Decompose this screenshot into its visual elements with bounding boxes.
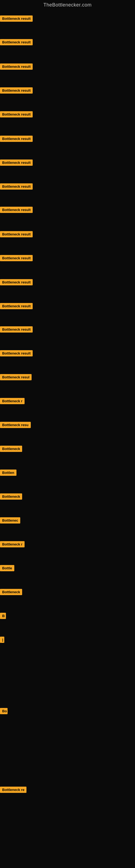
bottleneck-badge: Bottleneck result <box>0 207 33 213</box>
bottleneck-item[interactable]: Bottleneck result <box>0 87 33 95</box>
bottleneck-item[interactable]: Bottlen <box>0 469 16 477</box>
bottleneck-item[interactable]: Bottleneck result <box>0 350 33 358</box>
bottleneck-item[interactable]: Bottleneck result <box>0 135 33 143</box>
bottleneck-badge: Bottlen <box>0 469 16 476</box>
bottleneck-badge: Bottle <box>0 565 14 571</box>
bottleneck-badge: Bottleneck result <box>0 159 33 166</box>
bottleneck-item[interactable]: Bottleneck <box>0 446 22 453</box>
bottleneck-item[interactable]: Bottleneck result <box>0 255 33 262</box>
bottleneck-badge: Bottleneck result <box>0 87 33 94</box>
bottleneck-item[interactable]: Bottleneck re <box>0 786 27 794</box>
bottleneck-badge: Bottleneck result <box>0 135 33 142</box>
bottleneck-badge: Bottleneck <box>0 589 22 595</box>
bottleneck-item[interactable]: Bottleneck resul <box>0 374 32 381</box>
bottleneck-item[interactable]: Bottle <box>0 565 14 572</box>
bottleneck-badge: Bottleneck result <box>0 303 33 309</box>
bottleneck-item[interactable]: Bottleneck <box>0 493 22 501</box>
bottleneck-item[interactable]: Bottleneck resu <box>0 422 31 429</box>
bottleneck-item[interactable]: Bottleneck result <box>0 207 33 214</box>
bottleneck-badge: B <box>0 613 6 619</box>
bottleneck-item[interactable]: Bottleneck result <box>0 279 33 286</box>
bottleneck-badge: Bottleneck result <box>0 39 33 45</box>
bottleneck-item[interactable]: Bottleneck result <box>0 39 33 46</box>
bottleneck-item[interactable]: Bottleneck r <box>0 541 25 549</box>
bottleneck-item[interactable]: Bottleneck result <box>0 326 33 334</box>
bottleneck-badge: Bottleneck result <box>0 111 33 118</box>
bottleneck-item[interactable]: Bottleneck <box>0 589 22 596</box>
bottleneck-item[interactable]: | <box>0 637 4 644</box>
bottleneck-badge: Bottleneck resu <box>0 422 31 428</box>
bottleneck-item[interactable]: Bottleneck r <box>0 398 25 405</box>
bottleneck-item[interactable]: Bottleneck result <box>0 183 33 191</box>
bottleneck-item[interactable]: Bo <box>0 708 8 715</box>
bottleneck-item[interactable]: Bottleneck result <box>0 16 33 23</box>
bottleneck-item[interactable]: Bottleneck result <box>0 231 33 239</box>
bottleneck-badge: Bottleneck resul <box>0 374 32 380</box>
bottleneck-badge: Bottleneck result <box>0 231 33 237</box>
bottleneck-badge: Bottlenec <box>0 517 20 524</box>
bottleneck-badge: Bottleneck result <box>0 63 33 70</box>
bottleneck-badge: Bo <box>0 708 8 714</box>
bottleneck-badge: Bottleneck result <box>0 255 33 261</box>
bottleneck-badge: Bottleneck result <box>0 16 33 22</box>
bottleneck-badge: | <box>0 637 4 643</box>
bottleneck-badge: Bottleneck <box>0 493 22 500</box>
bottleneck-item[interactable]: B <box>0 613 6 620</box>
bottleneck-badge: Bottleneck result <box>0 326 33 333</box>
bottleneck-badge: Bottleneck <box>0 446 22 452</box>
bottleneck-badge: Bottleneck result <box>0 279 33 285</box>
bottleneck-badge: Bottleneck r <box>0 541 25 547</box>
bottleneck-item[interactable]: Bottleneck result <box>0 159 33 167</box>
bottleneck-badge: Bottleneck r <box>0 398 25 404</box>
bottleneck-item[interactable]: Bottleneck result <box>0 111 33 119</box>
bottleneck-item[interactable]: Bottleneck result <box>0 63 33 71</box>
bottleneck-badge: Bottleneck re <box>0 786 27 793</box>
site-title: TheBottlenecker.com <box>0 0 135 10</box>
bottleneck-badge: Bottleneck result <box>0 350 33 356</box>
bottleneck-item[interactable]: Bottleneck result <box>0 303 33 310</box>
bottleneck-item[interactable]: Bottlenec <box>0 517 20 525</box>
bottleneck-badge: Bottleneck result <box>0 183 33 190</box>
